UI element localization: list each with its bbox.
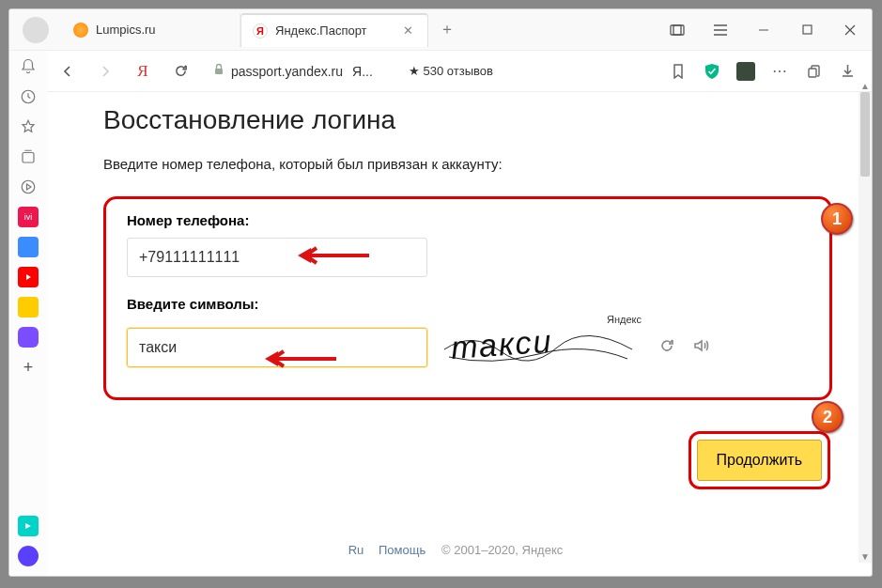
forward-button[interactable] [90, 56, 120, 86]
svg-rect-12 [215, 69, 223, 74]
url-text: passport.yandex.ru [231, 64, 343, 79]
app-docs[interactable] [18, 237, 39, 257]
app-ivi[interactable]: ivi [18, 207, 39, 227]
bookmark-icon[interactable] [669, 62, 688, 81]
favicon-yandex: Я [253, 23, 268, 39]
annotation-marker-2: 2 [812, 401, 843, 433]
app-zen[interactable] [18, 516, 39, 536]
address-bar-row: Я passport.yandex.ru Я... ★ 530 отзывов … [9, 51, 872, 92]
tab-label: Lumpics.ru [96, 23, 156, 37]
captcha-reload-icon[interactable] [658, 337, 675, 358]
annotation-arrow [294, 244, 369, 267]
play-icon[interactable] [18, 177, 39, 197]
page-content: Восстановление логина Введите номер теле… [47, 92, 859, 576]
app-alice[interactable] [18, 546, 39, 566]
captcha-image: такси Яндекс [444, 321, 632, 373]
add-app-icon[interactable]: + [18, 357, 39, 378]
back-button[interactable] [53, 56, 83, 86]
annotation-arrow [261, 348, 336, 370]
history-icon[interactable] [18, 86, 39, 107]
annotation-marker-1: 1 [821, 203, 853, 235]
browser-window: Lumpics.ru Я Яндекс.Паспорт ✕ ＋ ivi + [8, 8, 873, 577]
svg-text:такси: такси [450, 323, 554, 365]
app-mail[interactable] [18, 297, 39, 317]
collections-icon[interactable] [18, 147, 39, 167]
svg-point-11 [22, 180, 35, 193]
reload-button[interactable] [165, 56, 195, 86]
reviews-badge[interactable]: ★ 530 отзывов [409, 64, 493, 78]
copy-icon[interactable] [804, 62, 823, 81]
instruction-text: Введите номер телефона, который был прив… [103, 156, 832, 172]
scroll-down-arrow[interactable]: ▼ [859, 549, 872, 563]
svg-rect-1 [673, 25, 681, 35]
titlebar: Lumpics.ru Я Яндекс.Паспорт ✕ ＋ [9, 9, 872, 51]
menu-icon[interactable] [699, 9, 742, 51]
browser-sidebar: ivi + [9, 51, 47, 576]
page-title: Восстановление логина [103, 105, 832, 135]
footer: Ru Помощь © 2001–2020, Яндекс [47, 543, 859, 557]
tab-yandex-passport[interactable]: Я Яндекс.Паспорт ✕ [240, 13, 428, 47]
favicon-lumpics [73, 23, 88, 38]
lock-icon [212, 63, 225, 80]
more-icon[interactable]: ⋯ [770, 62, 789, 81]
footer-lang-link[interactable]: Ru [348, 543, 364, 557]
adguard-icon[interactable] [703, 62, 721, 81]
annotation-box-2: Продолжить [689, 431, 830, 489]
svg-rect-10 [23, 153, 34, 163]
close-window-button[interactable] [828, 9, 872, 51]
profile-avatar[interactable] [23, 17, 49, 43]
svg-rect-13 [809, 69, 816, 77]
svg-rect-0 [671, 25, 684, 35]
continue-button[interactable]: Продолжить [697, 440, 822, 481]
tab-label: Яндекс.Паспорт [275, 23, 367, 38]
tablo-icon[interactable] [656, 9, 699, 51]
annotation-box-1: Номер телефона: +79111111111 Введите сим… [103, 196, 832, 400]
footer-copyright: © 2001–2020, Яндекс [441, 543, 563, 557]
url-trunc: Я... [352, 64, 373, 79]
address-bar[interactable]: passport.yandex.ru Я... [212, 63, 373, 80]
favorites-icon[interactable] [18, 116, 39, 137]
tab-lumpics[interactable]: Lumpics.ru [62, 13, 240, 47]
bell-icon[interactable] [18, 56, 39, 77]
captcha-label: Введите символы: [127, 296, 809, 312]
phone-label: Номер телефона: [127, 212, 809, 228]
minimize-button[interactable] [742, 9, 785, 51]
app-purple[interactable] [18, 327, 39, 348]
extension-icon[interactable] [736, 62, 755, 81]
svg-rect-6 [803, 25, 812, 34]
captcha-audio-icon[interactable] [692, 337, 709, 358]
download-icon[interactable] [838, 62, 857, 81]
scroll-up-arrow[interactable]: ▲ [859, 79, 872, 92]
scrollbar-thumb[interactable] [860, 92, 870, 177]
close-tab-icon[interactable]: ✕ [403, 23, 416, 38]
scrollbar[interactable]: ▲ ▼ [859, 92, 872, 563]
phone-input[interactable]: +79111111111 [127, 238, 427, 277]
app-youtube[interactable] [18, 267, 39, 287]
yandex-home-button[interactable]: Я [128, 56, 158, 86]
maximize-button[interactable] [785, 9, 828, 51]
footer-help-link[interactable]: Помощь [379, 543, 426, 557]
captcha-brand: Яндекс [607, 314, 642, 325]
new-tab-button[interactable]: ＋ [434, 17, 460, 43]
